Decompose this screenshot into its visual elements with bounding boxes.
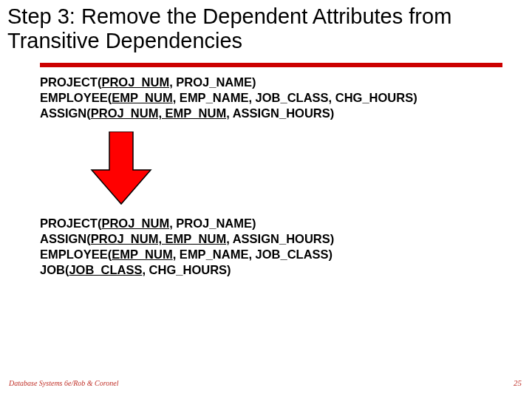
relation-key: PROJ_NUM, EMP_NUM: [91, 106, 226, 120]
relation-rest: , PROJ_NAME): [169, 75, 256, 89]
footer-source: Database Systems 6e/Rob & Coronel: [9, 379, 119, 387]
relation-key: EMP_NUM: [112, 248, 173, 261]
relation-key: EMP_NUM: [112, 91, 173, 104]
down-arrow-icon: [89, 132, 532, 208]
slide-number: 25: [514, 378, 522, 387]
title-underline: [40, 63, 502, 67]
before-block: PROJECT(PROJ_NUM, PROJ_NAME) EMPLOYEE(EM…: [40, 75, 532, 121]
after-row-project: PROJECT(PROJ_NUM, PROJ_NAME): [40, 216, 532, 231]
after-block: PROJECT(PROJ_NUM, PROJ_NAME) ASSIGN(PROJ…: [40, 216, 532, 278]
relation-name: PROJECT(: [40, 216, 101, 230]
after-row-employee: EMPLOYEE(EMP_NUM, EMP_NAME, JOB_CLASS): [40, 247, 532, 262]
before-row-employee: EMPLOYEE(EMP_NUM, EMP_NAME, JOB_CLASS, C…: [40, 90, 532, 106]
relation-name: JOB(: [40, 263, 69, 276]
relation-key: PROJ_NUM: [101, 216, 169, 230]
relation-rest: , CHG_HOURS): [142, 263, 231, 276]
before-row-project: PROJECT(PROJ_NUM, PROJ_NAME): [40, 75, 532, 90]
slide-title: Step 3: Remove the Dependent Attributes …: [0, 0, 532, 60]
relation-name: ASSIGN(: [40, 106, 91, 120]
relation-name: EMPLOYEE(: [40, 248, 112, 261]
relation-name: PROJECT(: [40, 75, 101, 89]
relation-key: JOB_CLASS: [69, 263, 142, 276]
relation-key: PROJ_NUM, EMP_NUM: [91, 232, 226, 245]
relation-key: PROJ_NUM: [101, 75, 169, 89]
relation-rest: , ASSIGN_HOURS): [226, 232, 334, 245]
relation-rest: , EMP_NAME, JOB_CLASS): [173, 248, 332, 261]
after-row-job: JOB(JOB_CLASS, CHG_HOURS): [40, 262, 532, 278]
relation-name: ASSIGN(: [40, 232, 91, 245]
relation-rest: , EMP_NAME, JOB_CLASS, CHG_HOURS): [173, 91, 417, 104]
relation-rest: , ASSIGN_HOURS): [226, 106, 334, 120]
relation-name: EMPLOYEE(: [40, 91, 112, 104]
before-row-assign: ASSIGN(PROJ_NUM, EMP_NUM, ASSIGN_HOURS): [40, 106, 532, 121]
after-row-assign: ASSIGN(PROJ_NUM, EMP_NUM, ASSIGN_HOURS): [40, 231, 532, 247]
relation-rest: , PROJ_NAME): [169, 216, 256, 230]
